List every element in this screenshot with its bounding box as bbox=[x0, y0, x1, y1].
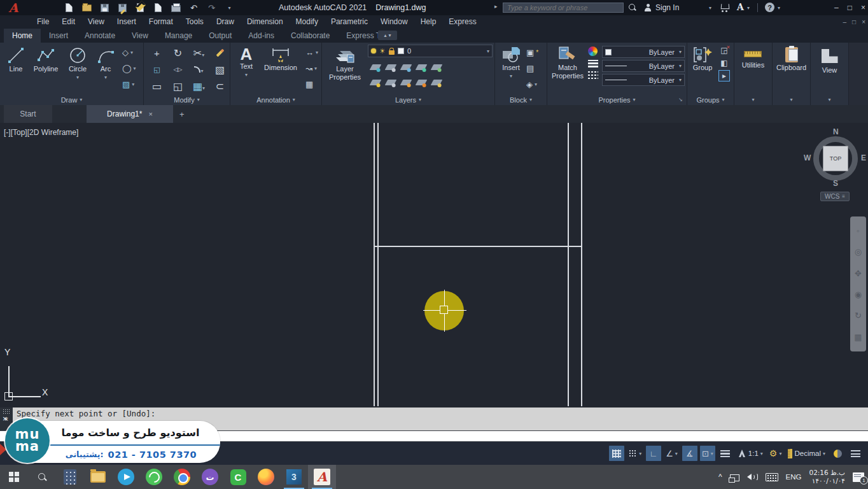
taskbar-autocad-button[interactable]: A bbox=[308, 465, 336, 489]
layer-freeze-icon[interactable] bbox=[400, 64, 412, 70]
language-indicator[interactable]: ENG bbox=[786, 473, 802, 481]
restore-button[interactable]: □ bbox=[848, 3, 852, 12]
stretch-button[interactable]: ▭ bbox=[152, 80, 162, 92]
group-selection-toggle[interactable]: ▸ bbox=[718, 70, 730, 82]
taskbar-firefox-button[interactable] bbox=[252, 465, 280, 489]
layer-isolate-icon[interactable] bbox=[385, 64, 397, 70]
insert-dropdown-icon[interactable]: ▾ bbox=[510, 73, 512, 80]
taskbar-telegram-button[interactable] bbox=[112, 465, 140, 489]
annotation-panel-label[interactable]: Annotation▾ bbox=[230, 94, 321, 105]
annotation-scale-dropdown-icon[interactable]: ▾ bbox=[760, 451, 763, 457]
snap-toggle[interactable]: ▾ bbox=[627, 446, 643, 461]
modify-panel-label[interactable]: Modify▾ bbox=[144, 94, 230, 105]
ortho-toggle[interactable]: ∟ bbox=[646, 446, 661, 461]
menu-help[interactable]: Help bbox=[414, 15, 443, 29]
units-dropdown-icon[interactable]: ▾ bbox=[823, 451, 825, 457]
ribbon-collapse-button[interactable]: ▴ ▾ bbox=[378, 31, 397, 40]
start-button[interactable] bbox=[0, 465, 28, 489]
save-button[interactable] bbox=[99, 3, 110, 13]
workspace-dropdown-icon[interactable]: ▾ bbox=[779, 451, 781, 457]
dimension-button[interactable]: Dimension bbox=[261, 45, 300, 72]
search-icon[interactable] bbox=[629, 4, 636, 13]
viewcube-top-face[interactable]: TOP bbox=[823, 146, 848, 171]
edit-block-button[interactable]: ▤ bbox=[526, 60, 538, 76]
tab-start[interactable]: Start bbox=[4, 105, 52, 123]
create-block-button[interactable]: ▣* bbox=[526, 45, 538, 60]
utilities-panel-dropdown[interactable]: ▾ bbox=[734, 94, 772, 105]
explode-button[interactable]: ▧ bbox=[215, 64, 225, 76]
sign-in-avatar-icon[interactable] bbox=[644, 4, 652, 13]
taskbar-search-button[interactable] bbox=[28, 465, 56, 489]
text-button[interactable]: A Text ▾ bbox=[235, 45, 257, 78]
polygon-button[interactable]: ◇▾ bbox=[122, 45, 136, 60]
layer-properties-button[interactable]: Layer Properties bbox=[327, 45, 363, 81]
menu-file[interactable]: File bbox=[31, 15, 55, 29]
qat-customize-dropdown[interactable]: ▾ bbox=[224, 3, 235, 13]
line-button[interactable]: Line bbox=[4, 45, 28, 73]
ribbon-tab-addins[interactable]: Add-ins bbox=[240, 29, 283, 43]
polar-dropdown-icon[interactable]: ▾ bbox=[675, 451, 678, 457]
isolate-objects-button[interactable] bbox=[830, 446, 845, 461]
doc-close-button[interactable]: × bbox=[862, 18, 865, 25]
group-edit-button[interactable]: ◧ bbox=[718, 57, 730, 69]
viewcube-north[interactable]: N bbox=[833, 127, 839, 136]
close-button[interactable]: × bbox=[861, 3, 865, 12]
viewcube[interactable]: N S W E TOP bbox=[806, 129, 865, 188]
taskbar-3dsmax-button[interactable]: 3 bbox=[280, 465, 308, 489]
view-button[interactable]: View bbox=[822, 45, 838, 74]
linetype-list-icon[interactable] bbox=[588, 71, 598, 79]
menu-format[interactable]: Format bbox=[143, 15, 179, 29]
circle-dropdown-icon[interactable]: ▾ bbox=[76, 74, 79, 82]
properties-panel-label[interactable]: Properties▾↘ bbox=[547, 94, 687, 105]
tray-chevron-up-icon[interactable]: ^ bbox=[718, 472, 722, 481]
trim-button[interactable]: ✂▾ bbox=[193, 47, 204, 59]
search-input[interactable] bbox=[503, 3, 624, 13]
utilities-button[interactable]: Utilities bbox=[742, 45, 764, 69]
help-dropdown[interactable]: ▾ bbox=[778, 5, 780, 11]
ribbon-tab-manage[interactable]: Manage bbox=[157, 29, 200, 43]
clipboard-button[interactable]: Clipboard bbox=[776, 45, 806, 72]
taskbar-whatsapp-button[interactable] bbox=[140, 465, 168, 489]
layer-make-current-icon[interactable] bbox=[431, 64, 443, 70]
erase-button[interactable] bbox=[216, 49, 224, 57]
groups-panel-label[interactable]: Groups▾ bbox=[687, 94, 734, 105]
nav-orbit-icon[interactable]: ↻ bbox=[855, 311, 862, 320]
autocad-app-logo-icon[interactable]: A bbox=[3, 0, 24, 15]
offset-button[interactable]: ⊂ bbox=[216, 80, 224, 92]
view-panel-dropdown[interactable]: ▾ bbox=[811, 94, 848, 105]
plot-button[interactable] bbox=[135, 3, 146, 13]
layer-unlock-icon[interactable] bbox=[416, 80, 428, 85]
ungroup-button[interactable]: ◲× bbox=[718, 45, 730, 56]
new-file-button[interactable] bbox=[64, 3, 74, 13]
layer-lock-tool-icon[interactable] bbox=[416, 64, 428, 70]
ribbon-tab-insert[interactable]: Insert bbox=[41, 29, 76, 43]
block-panel-label[interactable]: Block▾ bbox=[495, 94, 547, 105]
menu-dimension[interactable]: Dimension bbox=[241, 15, 290, 29]
volume-icon[interactable] bbox=[747, 473, 758, 481]
layer-match-icon[interactable] bbox=[431, 80, 443, 85]
viewport-controls-label[interactable]: [-][Top][2D Wireframe] bbox=[4, 128, 78, 137]
hatch-button[interactable]: ▨▾ bbox=[122, 76, 136, 92]
polar-tracking-toggle[interactable]: ∠▾ bbox=[664, 446, 680, 461]
sign-in-label[interactable]: Sign In bbox=[655, 0, 679, 15]
taskbar-ita-button[interactable]: ت bbox=[196, 465, 224, 489]
insert-block-button[interactable]: Insert ▾ bbox=[498, 45, 524, 80]
menu-tools[interactable]: Tools bbox=[179, 15, 210, 29]
group-button[interactable]: Group bbox=[690, 45, 715, 72]
drawing-canvas[interactable]: [-][Top][2D Wireframe] N S W E TOP WCS ≡… bbox=[0, 123, 868, 408]
leader-button[interactable]: ↝▾ bbox=[305, 60, 318, 76]
workspace-switching-button[interactable]: ⚙▾ bbox=[767, 446, 784, 461]
linetype-dropdown[interactable]: ByLayer ▾ bbox=[602, 74, 685, 86]
taskbar-camtasia-button[interactable]: C bbox=[224, 465, 252, 489]
mirror-button[interactable]: ◁▷ bbox=[174, 66, 183, 73]
print-button[interactable] bbox=[171, 3, 181, 13]
lineweight-dropdown[interactable]: ByLayer ▾ bbox=[602, 60, 685, 72]
ribbon-tab-view[interactable]: View bbox=[123, 29, 157, 43]
network-icon[interactable] bbox=[730, 474, 739, 481]
taskbar-explorer-button[interactable] bbox=[84, 465, 112, 489]
notification-center-icon[interactable]: 1 bbox=[853, 472, 864, 482]
layer-thaw-icon[interactable] bbox=[400, 80, 412, 85]
menu-draw[interactable]: Draw bbox=[210, 15, 241, 29]
open-file-button[interactable] bbox=[81, 3, 92, 13]
minimize-button[interactable]: – bbox=[834, 3, 839, 12]
